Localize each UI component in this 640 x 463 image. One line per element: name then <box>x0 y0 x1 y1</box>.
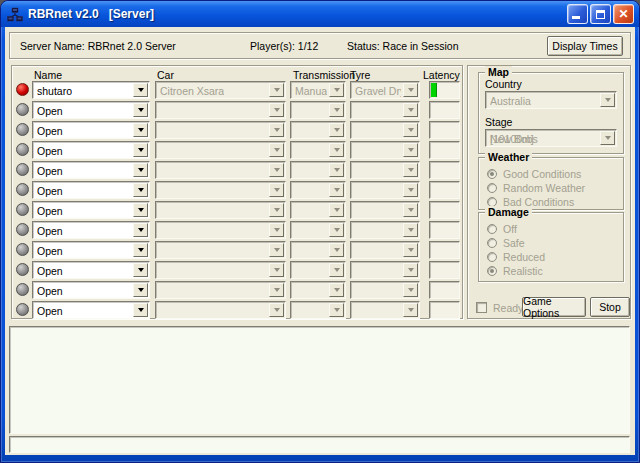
country-select: Australia <box>485 91 617 109</box>
player-name-combo[interactable]: Open <box>32 241 150 259</box>
chevron-down-icon <box>274 108 280 112</box>
dropdown-button <box>329 263 344 277</box>
chevron-down-icon <box>274 228 280 232</box>
game-options-button[interactable]: Game Options <box>522 297 586 317</box>
status-indicator <box>16 103 29 116</box>
dropdown-button[interactable] <box>133 283 148 297</box>
chevron-down-icon <box>274 148 280 152</box>
window-title: RBRnet v2.0 [Server] <box>28 7 154 21</box>
dropdown-button <box>403 163 418 177</box>
dropdown-button <box>329 143 344 157</box>
maximize-button[interactable] <box>590 4 611 24</box>
radio-label: Realistic <box>503 265 543 277</box>
display-times-button[interactable]: Display Times <box>547 36 623 56</box>
weather-title: Weather <box>485 151 532 163</box>
dropdown-button[interactable] <box>133 123 148 137</box>
dropdown-button <box>329 243 344 257</box>
player-name: Open <box>37 205 63 217</box>
dropdown-button[interactable] <box>133 143 148 157</box>
latency-meter <box>429 101 460 119</box>
player-name: Open <box>37 105 63 117</box>
car-combo: Citroen Xsara <box>155 81 286 99</box>
player-name-combo[interactable]: Open <box>32 181 150 199</box>
dropdown-button[interactable] <box>133 303 148 317</box>
chevron-down-icon <box>334 288 340 292</box>
chevron-down-icon <box>138 168 144 172</box>
dropdown-button <box>329 83 344 97</box>
player-name-combo[interactable]: Open <box>32 101 150 119</box>
transmission-combo: Manual <box>290 81 346 99</box>
close-button[interactable]: ✕ <box>613 4 634 24</box>
client-area: Server Name: RBRnet 2.0 Server Player(s)… <box>5 27 635 455</box>
player-name-combo[interactable]: shutaro <box>32 81 150 99</box>
radio-option: Realistic <box>487 265 543 277</box>
chevron-down-icon <box>408 188 414 192</box>
chat-log <box>9 326 630 434</box>
car-combo <box>155 241 286 259</box>
dropdown-button[interactable] <box>133 83 148 97</box>
dropdown-button <box>403 243 418 257</box>
chevron-down-icon <box>408 288 414 292</box>
player-row: Open <box>12 180 462 200</box>
chat-input[interactable] <box>9 436 630 453</box>
player-name-combo[interactable]: Open <box>32 201 150 219</box>
title-bar[interactable]: RBRnet v2.0 [Server] ✕ <box>1 1 639 27</box>
player-name-combo[interactable]: Open <box>32 261 150 279</box>
chevron-down-icon <box>334 188 340 192</box>
chevron-down-icon <box>408 168 414 172</box>
tyre-combo <box>350 241 420 259</box>
chevron-down-icon <box>274 88 280 92</box>
damage-groupbox: Damage Off Safe Reduced Realistic <box>478 212 624 282</box>
chevron-down-icon <box>334 148 340 152</box>
chevron-down-icon <box>408 268 414 272</box>
transmission-combo <box>290 241 346 259</box>
player-name: Open <box>37 145 63 157</box>
player-name-combo[interactable]: Open <box>32 301 150 319</box>
dropdown-button[interactable] <box>133 103 148 117</box>
radio-label: Random Weather <box>503 182 585 194</box>
latency-meter <box>429 141 460 159</box>
dropdown-button[interactable] <box>133 263 148 277</box>
player-name-combo[interactable]: Open <box>32 221 150 239</box>
car-combo <box>155 101 286 119</box>
dropdown-button <box>403 203 418 217</box>
dropdown-button <box>269 183 284 197</box>
country-value: Australia <box>490 95 531 107</box>
radio-icon <box>487 238 497 248</box>
chevron-down-icon <box>408 228 414 232</box>
car-combo <box>155 121 286 139</box>
dropdown-button <box>403 183 418 197</box>
stage-length: [10100m] <box>490 133 534 145</box>
damage-title: Damage <box>485 206 532 218</box>
player-row: Open <box>12 280 462 300</box>
player-name-combo[interactable]: Open <box>32 141 150 159</box>
player-name-combo[interactable]: Open <box>32 281 150 299</box>
dropdown-button <box>329 103 344 117</box>
radio-label: Off <box>503 223 517 235</box>
chevron-down-icon <box>274 208 280 212</box>
chevron-down-icon <box>408 208 414 212</box>
player-row: Open <box>12 240 462 260</box>
map-title: Map <box>485 66 512 78</box>
dropdown-button[interactable] <box>133 243 148 257</box>
minimize-button[interactable] <box>567 4 588 24</box>
dropdown-button[interactable] <box>133 183 148 197</box>
chevron-down-icon <box>138 88 144 92</box>
chevron-down-icon <box>274 248 280 252</box>
dropdown-button <box>403 303 418 317</box>
car-combo <box>155 181 286 199</box>
player-name-combo[interactable]: Open <box>32 161 150 179</box>
chevron-down-icon <box>138 108 144 112</box>
car-combo <box>155 281 286 299</box>
stop-button[interactable]: Stop <box>590 297 630 317</box>
dropdown-button[interactable] <box>133 163 148 177</box>
tyre-combo <box>350 161 420 179</box>
player-row: Open <box>12 300 462 320</box>
stage-label: Stage <box>485 116 512 128</box>
player-name-combo[interactable]: Open <box>32 121 150 139</box>
dropdown-button <box>329 203 344 217</box>
dropdown-button[interactable] <box>133 223 148 237</box>
car-combo <box>155 221 286 239</box>
car-combo <box>155 141 286 159</box>
dropdown-button[interactable] <box>133 203 148 217</box>
